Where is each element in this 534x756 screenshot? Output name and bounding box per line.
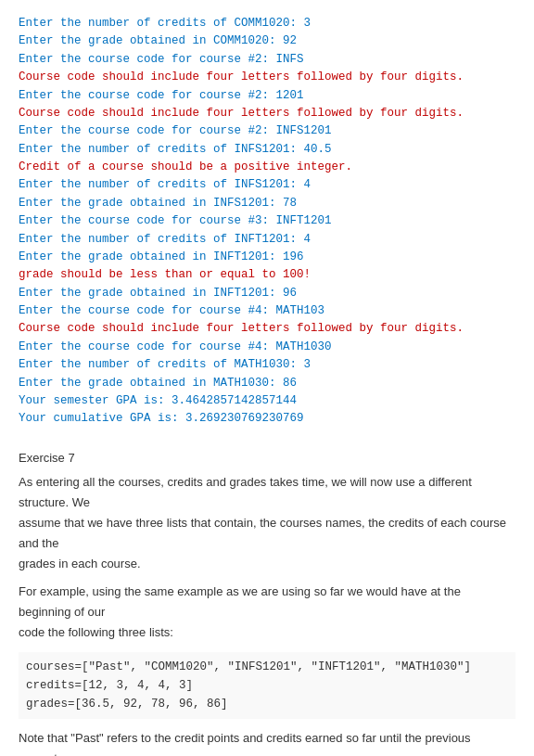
terminal-line: Your cumulative GPA is: 3.26923076923076…: [19, 410, 515, 428]
terminal-line: Credit of a course should be a positive …: [19, 159, 515, 176]
terminal-line: Enter the course code for course #2: INF…: [19, 122, 515, 140]
terminal-line: Course code should include four letters …: [19, 105, 515, 122]
terminal-line: Enter the course code for course #2: 120…: [19, 87, 515, 105]
terminal-line: Enter the grade obtained in COMM1020: 92: [19, 32, 515, 50]
terminal-line: Course code should include four letters …: [19, 69, 515, 86]
exercise-paragraph: code the following three lists:: [19, 622, 515, 643]
code-block: courses=["Past", "COMM1020", "INFS1201",…: [19, 652, 515, 719]
exercise-paragraph: grades in each course.: [19, 554, 515, 574]
terminal-section: Enter the number of credits of COMM1020:…: [19, 15, 515, 429]
terminal-line: Your semester GPA is: 3.4642857142857144: [19, 392, 515, 410]
code-line: grades=[36.5, 92, 78, 96, 86]: [26, 695, 508, 713]
exercise-paragraph: As entering all the courses, credits and…: [19, 472, 515, 513]
terminal-line: Enter the number of credits of INFS1201:…: [19, 176, 515, 194]
terminal-line: Enter the number of credits of MATH1030:…: [19, 356, 515, 374]
terminal-line: Enter the course code for course #4: MAT…: [19, 302, 515, 320]
terminal-line: Enter the number of credits of INFS1201:…: [19, 141, 515, 159]
terminal-line: Enter the grade obtained in INFT1201: 19…: [19, 249, 515, 266]
exercise-paragraph: For example, using the same example as w…: [19, 582, 515, 622]
exercise-section: Exercise 7As entering all the courses, c…: [19, 451, 515, 756]
terminal-line: Course code should include four letters …: [19, 320, 515, 338]
code-line: courses=["Past", "COMM1020", "INFS1201",…: [26, 658, 508, 676]
terminal-line: Enter the course code for course #4: MAT…: [19, 339, 515, 356]
terminal-line: Enter the course code for course #2: INF…: [19, 51, 515, 69]
terminal-line: Enter the grade obtained in MATH1030: 86: [19, 375, 515, 392]
exercise-paragraph: assume that we have three lists that con…: [19, 513, 515, 554]
terminal-line: grade should be less than or equal to 10…: [19, 266, 515, 284]
note1: Note that "Past" refers to the credit po…: [19, 728, 515, 756]
terminal-line: Enter the course code for course #3: INF…: [19, 212, 515, 230]
terminal-line: Enter the grade obtained in INFT1201: 96: [19, 285, 515, 302]
terminal-line: Enter the number of credits of COMM1020:…: [19, 15, 515, 32]
exercise-title: Exercise 7: [19, 451, 515, 465]
code-line: credits=[12, 3, 4, 4, 3]: [26, 676, 508, 695]
terminal-line: Enter the number of credits of INFT1201:…: [19, 231, 515, 249]
terminal-line: Enter the grade obtained in INFS1201: 78: [19, 195, 515, 212]
